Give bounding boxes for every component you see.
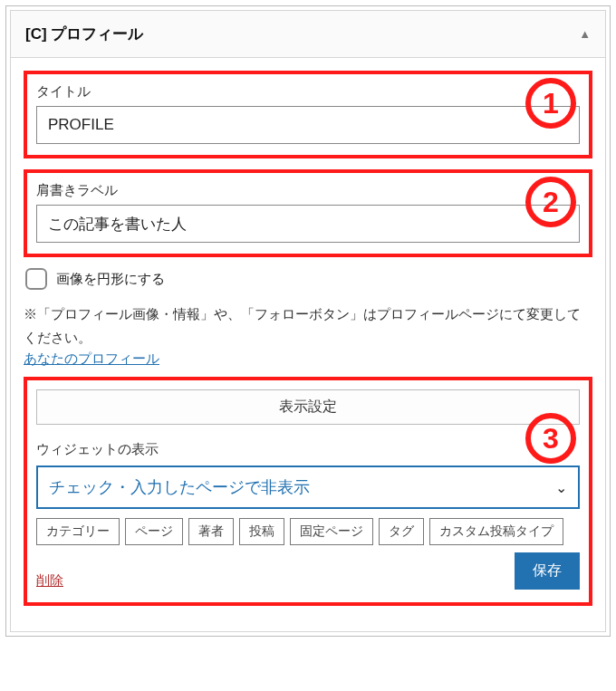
profile-link[interactable]: あなたのプロフィール — [24, 350, 159, 368]
tab-author[interactable]: 著者 — [188, 518, 234, 545]
tab-tag[interactable]: タグ — [379, 518, 424, 545]
circle-image-label: 画像を円形にする — [56, 271, 165, 288]
widget: [C] プロフィール ▲ 1 タイトル 2 肩書きラベル 画像を円形にする — [10, 10, 606, 632]
note-text: ※「プロフィール画像・情報」や、「フォローボタン」はプロフィールページにて変更し… — [24, 302, 592, 349]
widget-title: [C] プロフィール — [25, 24, 143, 44]
collapse-icon: ▲ — [579, 27, 591, 41]
highlight-box-2: 2 肩書きラベル — [24, 169, 592, 257]
circle-image-row[interactable]: 画像を円形にする — [25, 268, 591, 290]
bottom-row: 削除 保存 — [36, 552, 580, 590]
shoulder-input[interactable] — [36, 205, 580, 243]
tab-category[interactable]: カテゴリー — [36, 518, 120, 545]
tab-custom-post-type[interactable]: カスタム投稿タイプ — [429, 518, 563, 545]
widget-display-select[interactable]: チェック・入力したページで非表示 — [36, 465, 580, 509]
widget-display-label: ウィジェットの表示 — [36, 441, 580, 458]
widget-body: 1 タイトル 2 肩書きラベル 画像を円形にする ※「プロフィール画像・情報」や… — [11, 58, 605, 631]
tab-page[interactable]: ページ — [125, 518, 183, 545]
widget-panel: [C] プロフィール ▲ 1 タイトル 2 肩書きラベル 画像を円形にする — [5, 5, 611, 637]
circle-image-checkbox[interactable] — [25, 268, 47, 290]
save-button[interactable]: 保存 — [515, 552, 580, 590]
filter-tabs: カテゴリー ページ 著者 投稿 固定ページ タグ カスタム投稿タイプ — [36, 518, 580, 545]
widget-display-select-wrap: チェック・入力したページで非表示 ⌄ — [36, 465, 580, 509]
tab-fixed-page[interactable]: 固定ページ — [290, 518, 373, 545]
delete-link[interactable]: 削除 — [36, 572, 63, 590]
title-label: タイトル — [36, 83, 580, 101]
title-input[interactable] — [36, 106, 580, 144]
tab-post[interactable]: 投稿 — [239, 518, 284, 545]
highlight-box-3: 3 表示設定 ウィジェットの表示 チェック・入力したページで非表示 ⌄ カテゴリ… — [24, 377, 592, 606]
highlight-box-1: 1 タイトル — [24, 71, 592, 158]
display-settings-button[interactable]: 表示設定 — [36, 389, 580, 425]
widget-header[interactable]: [C] プロフィール ▲ — [11, 11, 605, 58]
shoulder-label: 肩書きラベル — [36, 182, 580, 199]
